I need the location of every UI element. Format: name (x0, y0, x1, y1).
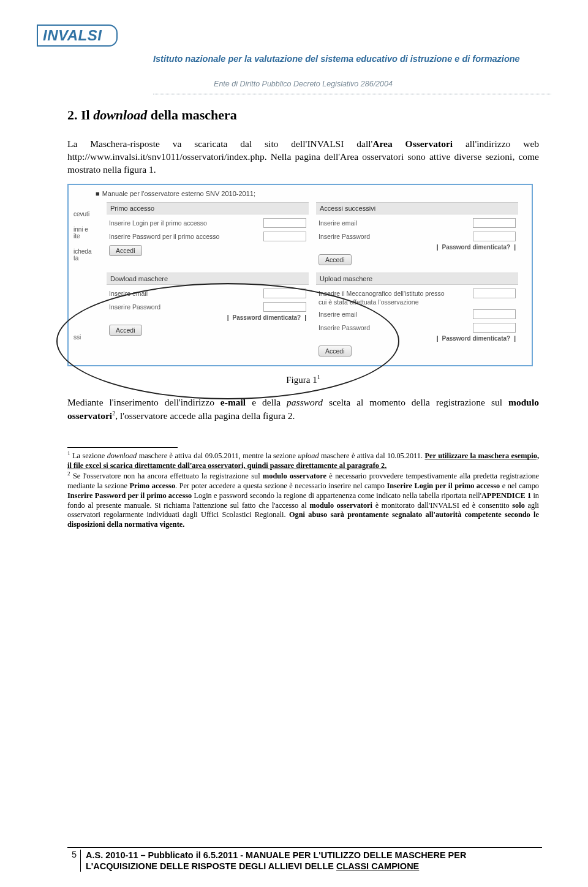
panel1-login-label: Inserire Login per il primo accesso (109, 219, 263, 227)
section-title-a: Il (78, 107, 94, 123)
caption-text: Figura 1 (286, 375, 317, 385)
paragraph-2: Mediante l'inserimento dell'indirizzo e-… (67, 396, 539, 423)
fn1-e: maschere è attiva dal 10.05.2011. (319, 451, 425, 460)
p2-password: password (287, 397, 323, 407)
fn2-m: è monitorato dall'INVALSI ed è consentit… (372, 501, 512, 510)
panel1-submit-button[interactable]: Accedi (109, 245, 142, 256)
panel1-password-label: Inserire Password per il primo accesso (109, 233, 263, 240)
panel4-submit-button[interactable]: Accedi (318, 345, 352, 357)
fn1-d: upload (298, 451, 318, 460)
panel3-password-label: Inserire Password (109, 303, 263, 311)
institute-name: Istituto nazionale per la valutazione de… (153, 54, 557, 64)
bullet-icon: ■ (96, 190, 100, 197)
panel1-login-input[interactable] (263, 218, 306, 228)
fig-top-link: ■Manuale per l'osservatore esterno SNV 2… (96, 190, 527, 197)
document-header: INVALSI Istituto nazionale per la valuta… (37, 25, 570, 95)
page-number: 5 (67, 850, 81, 872)
fn1-b: download (107, 451, 137, 460)
p2-c: e della (246, 397, 287, 407)
panel3-forgot-link[interactable]: Password dimenticata? (232, 314, 301, 321)
panel3-email-label: Inserire email (109, 290, 263, 297)
panel4-mecc-label-b: cui è stata effettuata l'osservazione (318, 298, 516, 306)
sidetab-2: icheda ta (74, 240, 99, 262)
panel-accessi-successivi: Accessi successivi Inserire email Inseri… (316, 202, 518, 266)
panel3-email-input[interactable] (263, 289, 306, 298)
panel2-password-input[interactable] (473, 232, 516, 241)
panel2-submit-button[interactable]: Accedi (318, 254, 352, 265)
section-heading: 2. Il download della maschera (67, 107, 539, 123)
panel3-heading: Dowload maschere (107, 273, 309, 285)
footer-title: A.S. 2010-11 – Pubblicato il 6.5.2011 - … (81, 850, 542, 872)
footer-line2b: CLASSI CAMPIONE (336, 861, 419, 871)
invalsi-logo: INVALSI (37, 25, 105, 47)
fn2-l: modulo osservatori (309, 501, 372, 510)
p2-h: , l'osservatore accede alla pagina della… (115, 410, 295, 421)
panel2-email-input[interactable] (473, 218, 516, 228)
sidetab-1: inni e ite (74, 217, 99, 240)
panel-primo-accesso: Primo accesso Inserire Login per il prim… (107, 202, 309, 266)
panel4-heading: Upload maschere (316, 273, 518, 285)
sep-bar: | (514, 244, 516, 251)
fig-top-link-text: Manuale per l'osservatore esterno SNV 20… (102, 190, 255, 197)
intro-paragraph: La Maschera-risposte va scaricata dal si… (67, 138, 539, 176)
panel4-email-label: Inserire email (318, 311, 473, 318)
panel1-heading: Primo accesso (107, 202, 309, 214)
fn1-c: maschere è attiva dal 09.05.2011, mentre… (137, 451, 298, 460)
footer-line2a: L'ACQUISIZIONE DELLE RISPOSTE DEGLI ALLI… (86, 861, 336, 871)
section-title-b: della maschera (147, 107, 237, 123)
footnote-1: 1 La sezione download maschere è attiva … (67, 450, 539, 471)
fn2-f: Inserire Login per il primo accesso (386, 481, 500, 490)
fn2-h: Inserire Password per il primo accesso (67, 491, 192, 500)
fn2-g: e nel campo (500, 481, 539, 490)
panel-upload-maschere: Upload maschere Inserire il Meccanografi… (316, 273, 518, 358)
p2-a: Mediante l'inserimento dell'indirizzo (67, 397, 221, 407)
p1-b: Area Osservatori (372, 138, 453, 149)
panel4-mecc-label-a: Inserire il Meccanografico dell'istituto… (318, 290, 473, 297)
panel3-submit-button[interactable]: Accedi (109, 325, 142, 336)
sep-bar: | (514, 335, 516, 342)
panel1-password-input[interactable] (263, 232, 306, 241)
section-number: 2. (67, 107, 78, 123)
caption-footnote-ref: 1 (317, 374, 320, 380)
panel2-password-label: Inserire Password (318, 233, 473, 240)
sidetab-0: cevuti (74, 202, 99, 217)
fn2-i: Login e password secondo la regione di a… (192, 491, 481, 500)
fn2-appendix: APPENDICE 1 (481, 491, 531, 500)
sep-bar: | (304, 314, 306, 321)
panel3-password-input[interactable] (263, 302, 306, 312)
section-title-italic: download (93, 107, 147, 123)
sidetab-3: ssi (74, 273, 99, 341)
fn2-a: Se l'osservatore non ha ancora effettuat… (70, 472, 263, 480)
footnote-2: 2 Se l'osservatore non ha ancora effettu… (67, 470, 539, 530)
panel4-forgot-link[interactable]: Password dimenticata? (442, 335, 510, 342)
panel4-password-input[interactable] (473, 323, 516, 333)
panel4-mecc-input[interactable] (473, 289, 516, 298)
fn2-n: solo (512, 501, 525, 510)
figure-panels-grid: cevuti inni e ite icheda ta Primo access… (74, 202, 527, 358)
fn2-d: Primo accesso (129, 481, 175, 490)
p2-e: scelta al momento della registrazione su… (323, 397, 508, 407)
logo-text: INVALSI (37, 25, 105, 47)
panel-download-maschere: Dowload maschere Inserire email Inserire… (107, 273, 309, 358)
fig-side-tabs-bottom: ssi (74, 273, 99, 358)
fn1-a: La sezione (70, 451, 107, 460)
sep-bar: | (437, 335, 439, 342)
panel2-email-label: Inserire email (318, 219, 473, 227)
figure1-caption: Figura 11 (67, 374, 539, 385)
fig-side-tabs-top: cevuti inni e ite icheda ta (74, 202, 99, 266)
page-footer: 5 A.S. 2010-11 – Pubblicato il 6.5.2011 … (67, 847, 542, 872)
panel4-email-input[interactable] (473, 309, 516, 319)
footer-line1: A.S. 2010-11 – Pubblicato il 6.5.2011 - … (86, 850, 466, 860)
document-content: 2. Il download della maschera La Mascher… (67, 107, 539, 530)
panel2-forgot-link[interactable]: Password dimenticata? (442, 244, 510, 251)
fn2-e: . Per poter accedere a questa sezione è … (175, 481, 386, 490)
figure-1-screenshot: ■Manuale per l'osservatore esterno SNV 2… (67, 184, 533, 366)
p2-email: e-mail (221, 397, 246, 407)
footnote-separator (67, 447, 178, 448)
sep-bar: | (227, 314, 229, 321)
sep-bar: | (437, 244, 439, 251)
p1-a: La Maschera-risposte va scaricata dal si… (67, 138, 372, 149)
fn2-b: modulo osservatore (263, 472, 326, 480)
header-divider (153, 94, 551, 94)
institute-subtitle: Ente di Diritto Pubblico Decreto Legisla… (37, 80, 570, 88)
